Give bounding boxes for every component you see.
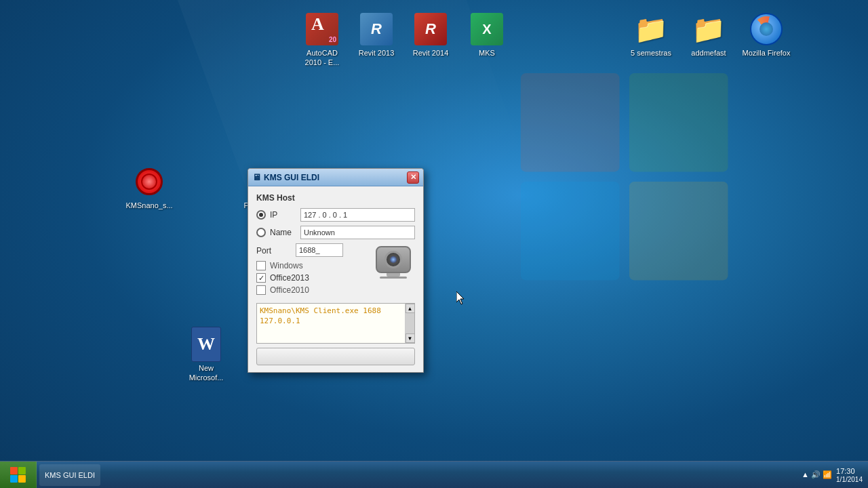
name-radio[interactable] — [256, 228, 266, 237]
semestras-label: 5 semestras — [631, 48, 671, 58]
taskbar-item-kms[interactable]: KMS GUI ELDI — [39, 464, 100, 486]
kmsnano-label: KMSnano_s... — [125, 201, 172, 210]
office2013-checkbox-label: Office2013 — [270, 273, 309, 283]
autocad-label: AutoCAD 2010 - E... — [298, 48, 347, 68]
icon-semestras[interactable]: 📁 5 semestras — [624, 10, 678, 60]
revit2014-label: Revit 2014 — [413, 48, 449, 58]
firefox-icon-img — [750, 13, 783, 45]
taskbar: KMS GUI ELDI ▲ 🔊 📶 17:301/1/2014 — [0, 461, 868, 488]
autocad-icon-img: A 20 — [306, 13, 338, 45]
ip-input[interactable] — [300, 208, 415, 222]
name-input[interactable] — [300, 226, 415, 239]
windows-checkbox[interactable] — [256, 261, 266, 270]
webcam-icon — [372, 241, 415, 284]
addmefast-label: addmefast — [691, 48, 726, 58]
icon-revit2014[interactable]: R Revit 2014 — [403, 10, 458, 60]
ip-row: IP — [256, 208, 415, 222]
svg-rect-8 — [18, 475, 26, 483]
revit2014-icon-img: R — [414, 13, 447, 45]
tray-time: ▲ 🔊 📶 — [802, 470, 832, 479]
output-text: KMSnano\KMS Client.exe 1688 127.0.0.1 — [257, 304, 414, 329]
start-button[interactable] — [0, 462, 37, 489]
icon-mks[interactable]: X MKS — [460, 10, 514, 60]
windows-checkbox-row: Windows — [256, 261, 366, 270]
ip-label: IP — [270, 210, 300, 220]
icon-autocad[interactable]: A 20 AutoCAD 2010 - E... — [295, 10, 349, 70]
dialog-title-area: 🖥 KMS GUI ELDI — [252, 172, 319, 182]
dialog-titlebar: 🖥 KMS GUI ELDI ✕ — [248, 169, 423, 186]
mks-label: MKS — [479, 48, 495, 58]
output-scrollbar: ▲ ▼ — [405, 304, 414, 343]
office2013-checkbox[interactable] — [256, 273, 266, 283]
ip-radio[interactable] — [256, 210, 266, 220]
name-label: Name — [270, 228, 300, 237]
name-row: Name — [256, 226, 415, 239]
mks-icon-img: X — [471, 13, 503, 45]
word-icon-img: W — [190, 328, 222, 361]
dialog-close-button[interactable]: ✕ — [407, 171, 419, 184]
office2010-checkbox-label: Office2010 — [270, 285, 309, 295]
scrollbar-up-btn[interactable]: ▲ — [406, 304, 415, 313]
svg-rect-5 — [10, 467, 18, 474]
svg-rect-7 — [10, 475, 18, 483]
port-input[interactable] — [296, 243, 343, 257]
office2010-checkbox[interactable] — [256, 285, 266, 295]
semestras-icon-img: 📁 — [635, 13, 667, 45]
addmefast-icon-img: 📁 — [692, 13, 725, 45]
desktop: A 20 AutoCAD 2010 - E... R Revit 2013 R — [0, 0, 868, 488]
dialog-body: KMS Host IP Name Port — [248, 186, 423, 372]
activate-button[interactable] — [256, 348, 415, 365]
output-area: KMSnano\KMS Client.exe 1688 127.0.0.1 ▲ … — [256, 303, 415, 344]
office2013-checkbox-row: Office2013 — [256, 273, 366, 283]
windows-checkbox-label: Windows — [270, 261, 303, 270]
icon-firefox[interactable]: Mozilla Firefox — [739, 10, 793, 60]
tray-clock: 17:301/1/2014 — [836, 467, 863, 483]
icon-revit2013[interactable]: R Revit 2013 — [349, 10, 403, 60]
scrollbar-down-btn[interactable]: ▼ — [406, 333, 415, 343]
office2010-checkbox-row: Office2010 — [256, 285, 366, 295]
firefox-label: Mozilla Firefox — [743, 48, 791, 58]
kmsnano-icon-img — [133, 165, 165, 198]
revit2013-icon-img: R — [360, 13, 393, 45]
word-label: New Microsof... — [182, 363, 231, 383]
system-tray: ▲ 🔊 📶 17:301/1/2014 — [796, 467, 868, 483]
svg-rect-6 — [18, 467, 26, 474]
desktop-icons-container: A 20 AutoCAD 2010 - E... R Revit 2013 R — [0, 0, 868, 488]
taskbar-item-label: KMS GUI ELDI — [45, 471, 95, 479]
taskbar-items: KMS GUI ELDI — [37, 462, 796, 488]
kms-host-section-label: KMS Host — [256, 193, 415, 203]
revit2013-label: Revit 2013 — [359, 48, 395, 58]
dialog-controls: ✕ — [407, 171, 419, 184]
icon-kmsnano[interactable]: KMSnano_s... — [122, 163, 176, 213]
port-label: Port — [256, 245, 296, 256]
icon-addmefast[interactable]: 📁 addmefast — [682, 10, 736, 60]
dialog-title-text: KMS GUI ELDI — [264, 173, 319, 182]
icon-new-word[interactable]: W New Microsof... — [179, 325, 233, 386]
port-row: Port Windows Office2013 Office2010 — [256, 243, 415, 298]
kms-dialog: 🖥 KMS GUI ELDI ✕ KMS Host IP Name — [248, 168, 424, 373]
